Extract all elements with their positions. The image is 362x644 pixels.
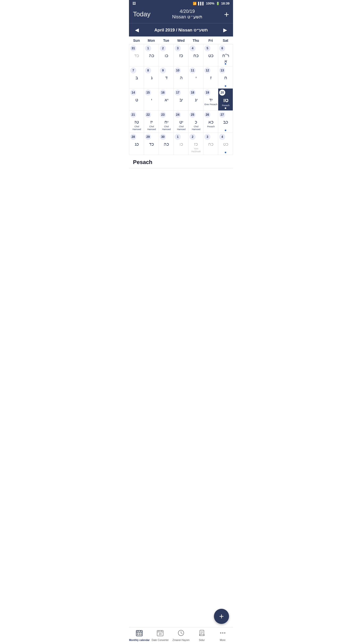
day-num-circle: 23 (160, 112, 166, 118)
add-event-header-button[interactable]: + (224, 10, 229, 19)
calendar-cell[interactable]: 28כג (129, 133, 144, 155)
weekday-header: Tue (159, 36, 174, 44)
svg-point-25 (224, 632, 225, 634)
hebrew-date: כה (160, 141, 173, 147)
nav-item-label: Monthly calendar (129, 639, 150, 641)
day-num-circle: 10 (175, 67, 181, 73)
hebrew-date: ב (130, 75, 143, 80)
calendar-cell[interactable]: 4כח (189, 44, 203, 66)
header-date: 4/20/19 (150, 9, 224, 14)
battery-percent: 100% (206, 2, 214, 5)
day-number: 24 (175, 112, 188, 118)
day-number: 29 (145, 134, 158, 140)
hebrew-date: כט (219, 141, 232, 147)
calendar-cell[interactable]: 17יב (174, 89, 189, 111)
calendar-cell[interactable]: 14ט (129, 89, 144, 111)
day-num-circle: 19 (204, 90, 210, 96)
day-num-circle: 5 (204, 45, 210, 51)
calendar-cell[interactable]: 21טזChol Hamoed (129, 111, 144, 133)
calendar-cell[interactable]: 22יזChol Hamoed (144, 111, 159, 133)
day-num-circle: 20 (219, 90, 225, 96)
calendar-cell[interactable]: 8ג (144, 66, 159, 89)
calendar-cell[interactable]: 2כזYom HaShoah (189, 133, 203, 155)
calendar-cell[interactable]: 26כאPesach (203, 111, 218, 133)
calendar-cell[interactable]: 18יג (189, 89, 203, 111)
time: 18:39 (221, 2, 230, 5)
weekday-header: Fri (203, 36, 218, 44)
calendar-24-icon: 24 (157, 629, 164, 638)
calendar-cell[interactable]: 16יא (159, 89, 174, 111)
bottom-nav: Monthly calendar 24 Date Converter Zmane… (129, 627, 233, 644)
day-number: 3 (175, 45, 188, 51)
event-label: Erev Pesach (204, 103, 217, 106)
calendar-cell[interactable]: 1כו (174, 133, 189, 155)
calendar-month-title: April 2019 / Nissan תשע״ט (154, 27, 208, 33)
calendar-cell[interactable]: 11י (189, 66, 203, 89)
calendar-cell[interactable]: 2כו (159, 44, 174, 66)
day-num-circle: 24 (175, 112, 181, 118)
calendar-cell[interactable]: 29כד (144, 133, 159, 155)
calendar-cell[interactable]: 19ידErev Pesach (203, 89, 218, 111)
calendar-cell[interactable]: 30כה (159, 133, 174, 155)
calendar-cell[interactable]: 13ח (218, 66, 233, 89)
calendar-cell[interactable]: 5כט (203, 44, 218, 66)
calendar-cell[interactable]: 27כב (218, 111, 233, 133)
hebrew-date: ט (130, 97, 143, 103)
nav-item-label: Zmanei Hayom (172, 639, 190, 641)
nav-item-more-dots[interactable]: More (212, 629, 233, 641)
calendar-cell[interactable]: 3כח (203, 133, 218, 155)
calendar-cell[interactable]: 6ר"חא (218, 44, 233, 66)
day-num-circle: 17 (175, 90, 181, 96)
day-num-circle: 2 (160, 45, 166, 51)
status-left: 🖼 (132, 2, 136, 5)
hebrew-date: ד (160, 75, 173, 80)
calendar-cell[interactable]: 10ה (174, 66, 189, 89)
calendar-cell[interactable]: 31כד (129, 44, 144, 66)
signal-icon: ▌▌▌ (198, 2, 205, 5)
hebrew-date: כד (145, 141, 158, 147)
calendar-cell[interactable]: 20טוPesach (218, 89, 233, 111)
calendar-cell[interactable]: 4כט (218, 133, 233, 155)
day-num-circle: 4 (190, 45, 196, 51)
calendar-cell[interactable]: 15י (144, 89, 159, 111)
nav-item-label: Sidur (199, 639, 205, 641)
next-month-button[interactable]: ▶ (221, 26, 229, 34)
nav-item-calendar-24[interactable]: 24 Date Converter (150, 629, 171, 641)
hebrew-date: יב (175, 97, 188, 103)
fab-add-button[interactable]: + (214, 609, 229, 624)
wifi-icon: 📶 (193, 2, 197, 5)
nav-item-clock[interactable]: Zmanei Hayom (171, 629, 192, 641)
day-number: 1 (145, 45, 158, 51)
nav-item-calendar-grid[interactable]: Monthly calendar (129, 629, 150, 641)
calendar-cell[interactable]: 12ז (203, 66, 218, 89)
hebrew-date: יז (145, 119, 158, 125)
calendar-grid-icon (136, 629, 143, 638)
day-number: 12 (204, 67, 217, 73)
day-number: 18 (190, 90, 203, 96)
calendar-cell[interactable]: 9ד (159, 66, 174, 89)
calendar-nav: ◀ April 2019 / Nissan תשע״ט ▶ (129, 23, 233, 36)
calendar-cell[interactable]: 3כז (174, 44, 189, 66)
hebrew-date: כג (130, 141, 143, 147)
day-number: 1 (175, 134, 188, 140)
hebrew-date: ה (175, 75, 188, 80)
status-right: 📶 ▌▌▌ 100% 🔋 18:39 (193, 2, 230, 5)
day-number: 21 (130, 112, 143, 118)
calendar-cell[interactable]: 1כה (144, 44, 159, 66)
day-number: 22 (145, 112, 158, 118)
calendar-cell[interactable]: 7ב (129, 66, 144, 89)
day-num-circle: 28 (130, 134, 136, 140)
calendar-cell[interactable]: 25כChol Hamoed (189, 111, 203, 133)
day-number: 4 (190, 45, 203, 51)
weekday-header: Sun (129, 36, 144, 44)
today-button[interactable]: Today (133, 10, 150, 18)
calendar-cell[interactable]: 23יחChol Hamoed (159, 111, 174, 133)
nav-item-scroll[interactable]: Sidur (191, 629, 212, 641)
hebrew-date: כח (204, 141, 217, 147)
day-number: 6 (219, 45, 232, 51)
hebrew-date: ג (145, 75, 158, 80)
svg-text:24: 24 (159, 633, 162, 635)
calendar-cell[interactable]: 24יטChol Hamoed (174, 111, 189, 133)
day-number: 19 (204, 90, 217, 96)
prev-month-button[interactable]: ◀ (133, 26, 141, 34)
